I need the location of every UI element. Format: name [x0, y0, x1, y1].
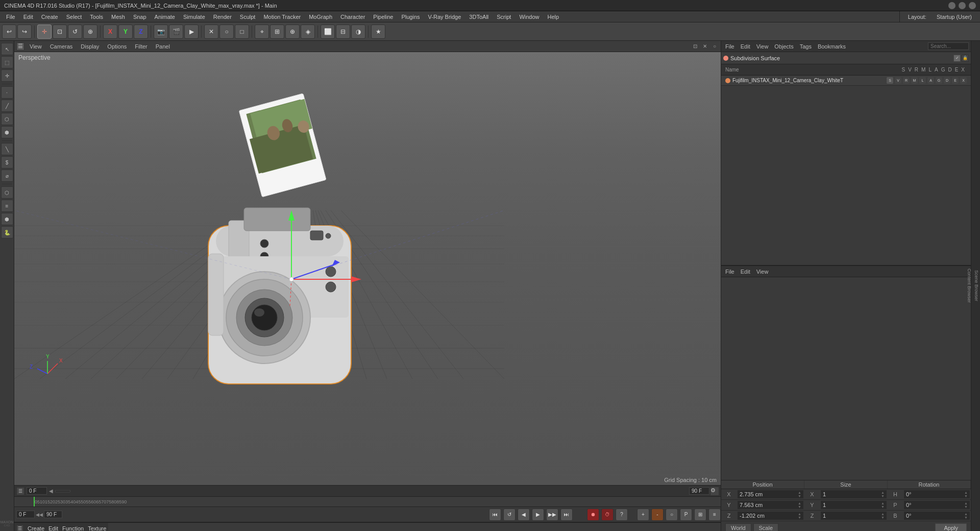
lt-tool6[interactable]: ⬢: [1, 213, 13, 225]
snap3[interactable]: ⊕: [285, 25, 300, 39]
lt-tool4[interactable]: ⬡: [1, 186, 13, 199]
y-axis[interactable]: Y: [118, 25, 133, 39]
render-region[interactable]: 🎬: [169, 25, 183, 39]
om-obj-x-icon[interactable]: X: [960, 77, 967, 84]
key-next[interactable]: P: [680, 509, 692, 521]
selection-tool[interactable]: ⬚: [1, 56, 13, 68]
lt-tool1[interactable]: ╲: [1, 143, 13, 155]
timeline-menu-icon[interactable]: ☰: [16, 487, 24, 495]
scale-tool[interactable]: ⊡: [53, 25, 67, 39]
record-button[interactable]: ⏺: [587, 509, 599, 521]
size-x-spin[interactable]: ▲▼: [881, 491, 885, 498]
tool3[interactable]: □: [235, 25, 249, 39]
x-axis[interactable]: X: [103, 25, 117, 39]
pos-z-spin[interactable]: ▲▼: [798, 512, 801, 519]
maximize-button[interactable]: [959, 2, 966, 9]
om-object-row[interactable]: Fujifilm_INSTAX_Mini_12_Camera_Clay_Whit…: [721, 76, 971, 86]
lt-tool2[interactable]: $: [1, 156, 13, 168]
edge-mode[interactable]: ╱: [1, 100, 13, 112]
vp-display-menu[interactable]: Display: [78, 43, 102, 50]
om-obj-r-icon[interactable]: R: [903, 77, 910, 84]
om-file[interactable]: File: [723, 43, 737, 50]
menu-simulate[interactable]: Simulate: [179, 13, 209, 21]
world-mode-button[interactable]: World: [725, 523, 751, 531]
key-del[interactable]: -: [651, 509, 664, 521]
rot-h-input[interactable]: 0° ▲▼: [903, 490, 970, 499]
menu-window[interactable]: Window: [515, 13, 543, 21]
rot-b-input[interactable]: 0° ▲▼: [903, 511, 970, 520]
menu-snap[interactable]: Snap: [129, 13, 151, 21]
om-obj-l-icon[interactable]: L: [919, 77, 926, 84]
key-settings[interactable]: ≡: [708, 509, 721, 521]
go-start-button[interactable]: ⏮: [489, 509, 501, 521]
frame-end-input[interactable]: 90 F: [44, 511, 62, 518]
tool1[interactable]: ✕: [204, 25, 218, 39]
key-options[interactable]: ⊞: [694, 509, 706, 521]
menu-create[interactable]: Create: [37, 13, 62, 21]
view3[interactable]: ◑: [351, 25, 365, 39]
om-obj-a-icon[interactable]: A: [927, 77, 934, 84]
pos-x-input[interactable]: 2.735 cm ▲▼: [737, 490, 804, 499]
size-z-spin[interactable]: ▲▼: [881, 512, 885, 519]
menu-motion-tracker[interactable]: Motion Tracker: [259, 13, 305, 21]
viewport-menu-icon[interactable]: ☰: [16, 42, 24, 51]
key-prev[interactable]: ○: [666, 509, 678, 521]
content-browser-tab[interactable]: Content Browser: [966, 266, 973, 306]
mat-create[interactable]: Create: [28, 525, 44, 532]
scene-browser-tab[interactable]: Scene Browser: [973, 267, 980, 304]
lt-tool5[interactable]: ≡: [1, 200, 13, 212]
om-bookmarks[interactable]: Bookmarks: [816, 43, 848, 50]
timeline-track[interactable]: 0 5 10 15 20 25 30 35 40 45 50 55 60 65 …: [14, 497, 721, 507]
z-axis[interactable]: Z: [134, 25, 148, 39]
menu-edit[interactable]: Edit: [19, 13, 37, 21]
menu-3dtoall[interactable]: 3DToAll: [465, 13, 493, 21]
play-button[interactable]: ▶: [532, 509, 544, 521]
pos-y-input[interactable]: 7.563 cm ▲▼: [737, 500, 804, 510]
om-obj-d-icon[interactable]: D: [944, 77, 950, 84]
render-viewport[interactable]: ▶: [184, 25, 199, 39]
menu-file[interactable]: File: [2, 13, 19, 21]
pos-x-spin[interactable]: ▲▼: [798, 491, 801, 498]
om-edit[interactable]: Edit: [739, 43, 752, 50]
mat-edit[interactable]: Edit: [48, 525, 58, 532]
apply-button[interactable]: Apply: [935, 523, 967, 531]
menu-tools[interactable]: Tools: [86, 13, 107, 21]
move-tool-lt[interactable]: ✛: [1, 69, 13, 82]
vp-icon-2[interactable]: ✕: [701, 42, 709, 51]
rot-p-input[interactable]: 0° ▲▼: [903, 500, 970, 510]
end-frame-display[interactable]: 90 F: [689, 487, 709, 495]
play-back-button[interactable]: ◀: [518, 509, 530, 521]
size-y-spin[interactable]: ▲▼: [881, 501, 885, 509]
pos-y-spin[interactable]: ▲▼: [798, 501, 801, 509]
play-forward-button[interactable]: ▶▶: [546, 509, 558, 521]
transform-tool[interactable]: ⊕: [83, 25, 97, 39]
scale-mode-button[interactable]: Scale: [753, 523, 779, 531]
snap1[interactable]: ⌖: [255, 25, 269, 39]
om-objects[interactable]: Objects: [772, 43, 795, 50]
minimize-button[interactable]: [948, 2, 955, 9]
om-obj-g-icon[interactable]: G: [936, 77, 942, 84]
om-obj-e-icon[interactable]: E: [952, 77, 959, 84]
attr-file[interactable]: File: [723, 268, 737, 275]
vp-filter-menu[interactable]: Filter: [132, 43, 150, 50]
vp-icon-3[interactable]: ○: [710, 42, 719, 51]
om-obj-v-icon[interactable]: V: [895, 77, 901, 84]
move-tool[interactable]: ✛: [37, 25, 52, 39]
size-x-input[interactable]: 1 ▲▼: [820, 490, 887, 499]
frame-start-input[interactable]: [55, 490, 70, 492]
snap2[interactable]: ⊞: [270, 25, 284, 39]
mat-function[interactable]: Function: [62, 525, 84, 532]
autokey-button[interactable]: ⏱: [601, 509, 614, 521]
close-button[interactable]: [969, 2, 976, 9]
frame-current-input[interactable]: 0 F: [16, 511, 35, 518]
vp-options-menu[interactable]: Options: [104, 43, 130, 50]
redo-button[interactable]: ↪: [17, 25, 32, 39]
snap4[interactable]: ◈: [301, 25, 315, 39]
vp-cameras-menu[interactable]: Cameras: [47, 43, 76, 50]
menu-animate[interactable]: Animate: [151, 13, 179, 21]
om-vis-toggle[interactable]: ✓: [953, 55, 961, 62]
view1[interactable]: ⬜: [321, 25, 335, 39]
vp-panel-menu[interactable]: Panel: [153, 43, 173, 50]
motion-record[interactable]: ?: [616, 509, 628, 521]
menu-mograph[interactable]: MoGraph: [305, 13, 336, 21]
